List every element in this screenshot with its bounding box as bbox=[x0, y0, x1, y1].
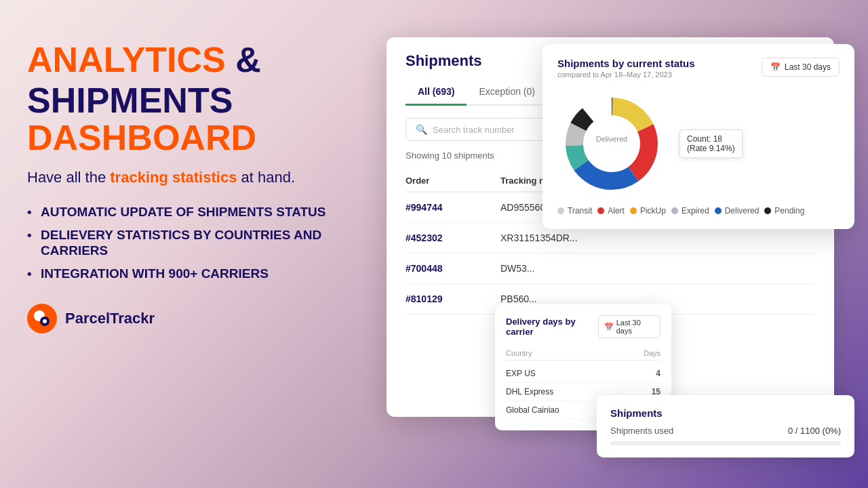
title-analytics: ANALYTICS bbox=[27, 40, 226, 79]
order-3: #700448 bbox=[406, 263, 500, 274]
delivery-date-label: Last 30 days bbox=[616, 319, 654, 335]
donut-chart: Delivered bbox=[557, 89, 666, 198]
bullet-1: AUTOMATIC UPDATE OF SHIPMENTS STATUS bbox=[27, 204, 353, 220]
legend-dot-pickup bbox=[630, 207, 637, 214]
legend-dot-expired bbox=[671, 207, 678, 214]
order-4: #810129 bbox=[406, 293, 500, 304]
legend-alert: Alert bbox=[597, 206, 625, 216]
left-panel: ANALYTICS & SHIPMENTS DASHBOARD Have all… bbox=[27, 41, 353, 333]
delivery-row-1[interactable]: EXP US 4 bbox=[506, 365, 660, 383]
date-range-button[interactable]: 📅 Last 30 days bbox=[762, 58, 840, 77]
subtitle-suffix: at hand. bbox=[237, 169, 295, 186]
legend-label-pickup: PickUp bbox=[640, 206, 666, 216]
subtitle: Have all the tracking statistics at hand… bbox=[27, 168, 353, 188]
chart-area: Delivered Count: 18 (Rate 9.14%) bbox=[557, 89, 840, 198]
search-icon: 🔍 bbox=[416, 124, 427, 135]
tracking-3: DW53... bbox=[500, 263, 815, 274]
col-days: Days bbox=[644, 349, 660, 357]
delivery-card-header: Delivery days by carrier 📅 Last 30 days bbox=[506, 315, 660, 338]
carrier-1: EXP US bbox=[506, 369, 536, 378]
title-and: & bbox=[226, 40, 261, 79]
svg-point-10 bbox=[585, 117, 639, 171]
subtitle-highlight: tracking statistics bbox=[110, 169, 237, 186]
col-order: Order bbox=[406, 176, 500, 186]
title-shipments: SHIPMENTS bbox=[27, 82, 353, 119]
title-dashboard: DASHBOARD bbox=[27, 119, 353, 157]
chart-title-area: Shipments by current status compared to … bbox=[557, 58, 695, 79]
delivery-card-title: Delivery days by carrier bbox=[506, 317, 598, 337]
table-row[interactable]: #700448 DW53... bbox=[406, 253, 815, 284]
used-row: Shipments used 0 / 1100 (0%) bbox=[610, 426, 841, 436]
delivery-table-header: Country Days bbox=[506, 346, 660, 361]
dashboard-area: Shipments All (693) Exception (0) Failed… bbox=[366, 37, 854, 471]
subtitle-prefix: Have all the bbox=[27, 169, 110, 186]
legend-label-expired: Expired bbox=[682, 206, 709, 216]
bullet-list: AUTOMATIC UPDATE OF SHIPMENTS STATUS DEL… bbox=[27, 204, 353, 282]
title-shipments-wrap: SHIPMENTS DASHBOARD bbox=[27, 82, 353, 156]
used-value: 0 / 1100 (0%) bbox=[788, 426, 841, 436]
svg-point-3 bbox=[43, 319, 47, 323]
chart-title: Shipments by current status bbox=[557, 58, 695, 69]
col-country: Country bbox=[506, 349, 532, 357]
order-1: #994744 bbox=[406, 202, 500, 213]
used-card-title: Shipments bbox=[610, 407, 841, 419]
status-chart-card: Shipments by current status compared to … bbox=[542, 44, 854, 229]
tracking-4: PB560... bbox=[500, 293, 815, 304]
date-btn-label: Last 30 days bbox=[785, 62, 831, 72]
legend-dot-delivered bbox=[715, 207, 722, 214]
tracking-2: XR31151354DR... bbox=[500, 232, 815, 243]
carrier-2: DHL Express bbox=[506, 387, 553, 396]
chart-tooltip-area: Count: 18 (Rate 9.14%) bbox=[679, 129, 743, 158]
logo-text: ParcelTrackr bbox=[65, 310, 155, 327]
legend-label-pending: Pending bbox=[774, 206, 804, 216]
title-line1: ANALYTICS & bbox=[27, 41, 353, 79]
delivery-date-button[interactable]: 📅 Last 30 days bbox=[598, 315, 660, 338]
order-2: #452302 bbox=[406, 232, 500, 243]
calendar-icon: 📅 bbox=[770, 62, 781, 72]
carrier-3: Global Cainiao bbox=[506, 405, 559, 415]
progress-bar-bg bbox=[610, 441, 841, 445]
legend-pickup: PickUp bbox=[630, 206, 666, 216]
legend-dot-transit bbox=[557, 207, 564, 214]
logo-icon bbox=[27, 304, 57, 333]
bullet-2: DELIEVERY STATISTICS BY COUNTRIES AND CA… bbox=[27, 227, 353, 260]
tab-all[interactable]: All (693) bbox=[406, 79, 467, 106]
legend-label-alert: Alert bbox=[608, 206, 625, 216]
search-placeholder: Search track number bbox=[433, 125, 515, 135]
legend-expired: Expired bbox=[671, 206, 709, 216]
used-label: Shipments used bbox=[610, 426, 673, 436]
shipments-used-card: Shipments Shipments used 0 / 1100 (0%) bbox=[597, 395, 854, 458]
chart-tooltip: Count: 18 (Rate 9.14%) bbox=[679, 129, 743, 158]
legend-dot-pending bbox=[764, 207, 771, 214]
legend-area: Transit Alert PickUp Expired Delivered P… bbox=[557, 206, 840, 216]
legend-label-delivered: Delivered bbox=[725, 206, 760, 216]
tab-exception[interactable]: Exception (0) bbox=[467, 79, 547, 106]
bullet-3: INTEGRATION WITH 900+ CARRIERS bbox=[27, 266, 353, 282]
tooltip-count: Count: 18 bbox=[687, 134, 735, 144]
svg-text:Delivered: Delivered bbox=[596, 135, 627, 143]
legend-transit: Transit bbox=[557, 206, 592, 216]
chart-header: Shipments by current status compared to … bbox=[557, 58, 840, 79]
legend-pending: Pending bbox=[764, 206, 804, 216]
legend-dot-alert bbox=[597, 207, 604, 214]
days-1: 4 bbox=[656, 369, 660, 378]
chart-subtitle: compared to Apr 18–May 17, 2023 bbox=[557, 70, 695, 79]
legend-delivered: Delivered bbox=[715, 206, 760, 216]
tooltip-rate: (Rate 9.14%) bbox=[687, 144, 735, 153]
legend-label-transit: Transit bbox=[568, 206, 592, 216]
logo-area: ParcelTrackr bbox=[27, 304, 353, 333]
calendar-icon-sm: 📅 bbox=[604, 323, 614, 331]
